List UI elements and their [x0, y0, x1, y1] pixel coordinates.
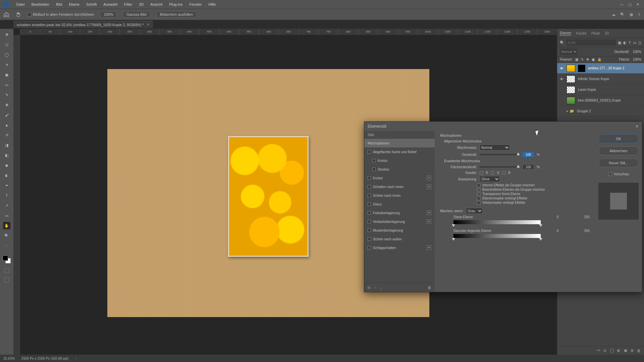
effect-item[interactable]: Schlagschatten+: [364, 243, 435, 252]
knockout-dropdown[interactable]: Ohne: [480, 176, 500, 182]
panel-tab-kanäle[interactable]: Kanäle: [576, 32, 586, 35]
zoom-tool-icon[interactable]: 🔍: [3, 232, 10, 239]
layer-name[interactable]: smilies-177…20 Kopie 2: [588, 66, 642, 70]
path-tool-icon[interactable]: ↗: [3, 202, 10, 209]
layer-filter-input[interactable]: [567, 40, 616, 46]
screenmode-icon[interactable]: [4, 278, 9, 282]
layer-thumbnail[interactable]: [567, 75, 575, 83]
channel-g-checkbox[interactable]: [491, 171, 494, 175]
trash-icon[interactable]: 🗑: [637, 349, 641, 353]
dialog-close-icon[interactable]: ✕: [635, 124, 639, 129]
gradient-tool-icon[interactable]: ◧: [3, 152, 10, 159]
layer-row[interactable]: ▸ 📁Gruppe 2: [557, 106, 644, 117]
move-down-icon[interactable]: ↓: [380, 286, 382, 290]
layer-name[interactable]: Infinite Texture Kopie: [578, 77, 642, 81]
pen-tool-icon[interactable]: ✒: [3, 182, 10, 189]
preview-checkbox[interactable]: Vorschau: [598, 172, 639, 176]
layer-mask-thumbnail[interactable]: [578, 65, 585, 72]
fill-opacity-input[interactable]: [523, 164, 534, 170]
effect-checkbox[interactable]: [368, 237, 371, 241]
effect-item[interactable]: Kontur: [364, 156, 435, 165]
blend-clipped-checkbox[interactable]: [477, 188, 480, 191]
add-effect-icon[interactable]: +: [427, 210, 431, 215]
hand-tool-icon[interactable]: [15, 11, 21, 17]
effect-checkbox[interactable]: [368, 220, 371, 223]
effect-checkbox[interactable]: [368, 194, 371, 197]
layer-row[interactable]: Laren Kopie: [557, 84, 644, 95]
close-icon[interactable]: ✕: [636, 2, 639, 7]
filter-adjust-icon[interactable]: ◐: [623, 41, 627, 45]
lock-transparency-icon[interactable]: ▦: [575, 58, 578, 61]
effect-checkbox[interactable]: [368, 185, 371, 188]
effect-checkbox[interactable]: [368, 202, 371, 206]
status-arrow-icon[interactable]: 〉: [75, 356, 78, 361]
panel-tab-3d[interactable]: 3D: [605, 32, 609, 35]
fill-value[interactable]: 100%: [633, 58, 641, 61]
layer-row[interactable]: 👁smilies-177…20 Kopie 2: [557, 63, 644, 74]
this-layer-gradient[interactable]: [453, 220, 541, 224]
effect-checkbox[interactable]: [368, 150, 371, 154]
panel-tab-pfade[interactable]: Pfade: [591, 32, 600, 35]
panel-tab-ebenen[interactable]: Ebenen: [560, 31, 571, 36]
dodge-tool-icon[interactable]: ◐: [3, 172, 10, 179]
effect-item[interactable]: Schein nach innen: [364, 191, 435, 200]
cancel-button[interactable]: Abbrechen: [598, 146, 639, 155]
close-tab-icon[interactable]: ✕: [147, 22, 150, 27]
menu-item-plug-ins[interactable]: Plug-ins: [166, 2, 186, 6]
eyedropper-tool-icon[interactable]: ✎: [3, 91, 10, 99]
ok-button[interactable]: OK: [598, 134, 639, 143]
new-layer-icon[interactable]: ⊞: [631, 348, 634, 353]
maximize-icon[interactable]: ▢: [628, 2, 632, 7]
shape-tool-icon[interactable]: ▭: [3, 212, 10, 219]
effect-checkbox[interactable]: [368, 176, 371, 180]
lock-artboard-icon[interactable]: ▣: [592, 58, 595, 61]
effect-checkbox[interactable]: [368, 246, 371, 249]
home-icon[interactable]: [3, 12, 9, 17]
opacity-input[interactable]: [523, 152, 534, 157]
marquee-tool-icon[interactable]: ◻: [3, 41, 10, 48]
wand-tool-icon[interactable]: ✶: [3, 61, 10, 68]
visibility-icon[interactable]: 👁: [559, 66, 564, 70]
fx-menu-icon[interactable]: fx: [368, 286, 371, 290]
menu-item-bearbeiten[interactable]: Bearbeiten: [28, 2, 53, 6]
group-icon[interactable]: ▣: [624, 348, 627, 353]
share-icon[interactable]: ⇪: [638, 12, 641, 17]
brush-tool-icon[interactable]: 🖌: [3, 111, 10, 119]
effect-checkbox[interactable]: [368, 229, 371, 232]
effect-checkbox[interactable]: [372, 159, 376, 162]
scroll-all-windows-checkbox[interactable]: Bildlauf in allen Fenstern durchführen: [28, 12, 94, 16]
fit-screen-button[interactable]: Ganzes Bild: [123, 11, 150, 18]
lock-paint-icon[interactable]: ✎: [581, 58, 584, 61]
type-tool-icon[interactable]: T: [3, 192, 10, 199]
effect-item[interactable]: Schein nach außen: [364, 235, 435, 243]
crop-tool-icon[interactable]: ▣: [3, 71, 10, 78]
fill-screen-button[interactable]: Bildschirm ausfüllen: [156, 11, 197, 18]
menu-item-bild[interactable]: Bild: [53, 2, 65, 6]
blur-tool-icon[interactable]: ◉: [3, 162, 10, 169]
menu-item-filter[interactable]: Filter: [121, 2, 136, 6]
move-up-icon[interactable]: ↑: [375, 286, 377, 290]
effect-item[interactable]: Glanz: [364, 200, 435, 208]
add-effect-icon[interactable]: +: [427, 176, 431, 180]
lock-position-icon[interactable]: ✥: [586, 58, 589, 61]
menu-item-ebene[interactable]: Ebene: [65, 2, 83, 6]
menu-item-hilfe[interactable]: Hilfe: [205, 2, 219, 6]
lasso-tool-icon[interactable]: ◯: [3, 51, 10, 58]
channel-b-checkbox[interactable]: [502, 171, 505, 175]
link-layers-icon[interactable]: ⚯: [597, 348, 600, 353]
menu-item-fenster[interactable]: Fenster: [186, 2, 205, 6]
layer-thumbnail[interactable]: [567, 65, 575, 72]
document-tab[interactable]: schatten erstellen.psdc bei 32,6% (smili…: [13, 21, 153, 28]
vector-mask-hides-checkbox[interactable]: [477, 201, 480, 204]
minimize-icon[interactable]: —: [620, 2, 624, 7]
layer-row[interactable]: 👁Infinite Texture Kopie: [557, 74, 644, 84]
add-effect-icon[interactable]: +: [427, 245, 431, 250]
layer-mask-hides-checkbox[interactable]: [477, 197, 480, 200]
filter-pixel-icon[interactable]: ▦: [618, 41, 621, 45]
opacity-slider[interactable]: [480, 154, 520, 155]
menu-item-3d[interactable]: 3D: [136, 2, 147, 6]
search-icon[interactable]: 🔍: [620, 12, 625, 17]
heal-tool-icon[interactable]: ✚: [3, 101, 10, 109]
menu-item-datei[interactable]: Datei: [13, 2, 28, 6]
workspace-icon[interactable]: ▦: [630, 12, 633, 17]
